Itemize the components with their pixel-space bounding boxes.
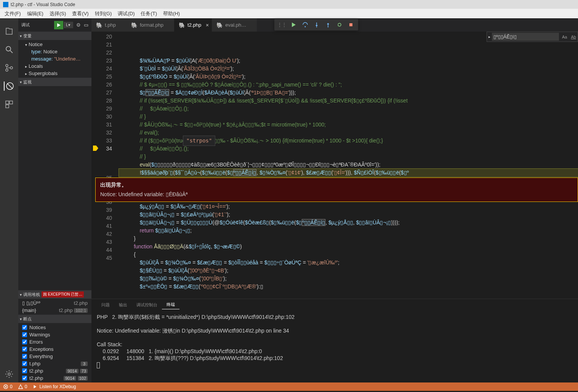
- breakpoint-checkbox[interactable]: [22, 376, 27, 381]
- breakpoint-item[interactable]: Everything: [18, 353, 91, 360]
- callstack-frame[interactable]: ▯ ▯¡▯Ù¹º t2.php: [18, 299, 91, 307]
- explorer-icon[interactable]: [5, 27, 14, 36]
- code-line[interactable]: $▯ç£ºßÐũÓ = $▯ùÜí¦Â('ÂÜïÞ▯ô▯9 Ò¤2Ì▯²=');: [119, 73, 578, 81]
- code-editor[interactable]: 2021222324252627282930313233343536373839…: [91, 32, 578, 299]
- line-number[interactable]: 20: [91, 33, 112, 41]
- line-number[interactable]: 32: [91, 129, 112, 137]
- close-icon[interactable]: ×: [206, 22, 209, 28]
- variables-section-header[interactable]: 变量: [18, 32, 91, 40]
- debug-config-dropdown[interactable]: L▾: [64, 22, 73, 28]
- line-number[interactable]: 44: [91, 246, 112, 254]
- step-into-button[interactable]: [312, 20, 322, 30]
- breakpoint-checkbox[interactable]: [22, 368, 27, 373]
- code-line[interactable]: // $▯Áöæì▯▯Ô▯.();: [119, 145, 578, 153]
- code-line[interactable]: return $▯▯âï▯ÙÂ▯¬¡▯;: [119, 227, 578, 235]
- panel-tab-output[interactable]: 输出: [114, 301, 132, 309]
- variables-superglobals[interactable]: Superglobals: [18, 70, 91, 77]
- code-line[interactable]: $¾‰ÜAA▯Ƥ = $▯ùÜí¦A('Æ▯0ð▯Ðai▯Ô U');: [119, 57, 578, 65]
- breakpoint-checkbox[interactable]: [22, 325, 27, 330]
- code-line[interactable]: // }: [119, 153, 578, 161]
- line-number[interactable]: 27: [91, 89, 112, 97]
- line-number[interactable]: 29: [91, 105, 112, 113]
- breakpoint-item[interactable]: Warnings: [18, 331, 91, 338]
- menu-goto[interactable]: 转到(G): [92, 10, 115, 18]
- step-out-button[interactable]: [323, 20, 333, 30]
- code-line[interactable]: {: [119, 251, 578, 259]
- variables-locals[interactable]: Locals: [18, 62, 91, 70]
- code-line[interactable]: eval($▯▯▯▯▯▯ð▯▯▯▯▯¢àß▯▯æ6▯3B0ÈÔèê▯ð´¦¬▯▯…: [119, 161, 578, 169]
- restart-button[interactable]: [335, 20, 344, 30]
- line-number[interactable]: 33: [91, 137, 112, 145]
- line-number[interactable]: 30: [91, 113, 112, 121]
- menu-debug[interactable]: 调试(D): [115, 10, 138, 18]
- toolbar-drag-handle[interactable]: ⋮⋮: [276, 22, 288, 27]
- variables-notice[interactable]: Notice: [18, 41, 91, 48]
- line-number[interactable]: 24: [91, 65, 112, 73]
- whole-word-icon[interactable]: Ab: [569, 34, 577, 40]
- line-number[interactable]: 31: [91, 121, 112, 129]
- menu-edit[interactable]: 编辑(E): [24, 10, 46, 18]
- editor-tab[interactable]: 🐘eval.ph…: [212, 18, 257, 32]
- line-number[interactable]: 22: [91, 49, 112, 57]
- editor-tab[interactable]: 🐘format.php: [126, 18, 174, 32]
- step-over-button[interactable]: [300, 20, 310, 30]
- find-input[interactable]: [492, 33, 559, 41]
- menu-view[interactable]: 查看(V): [69, 10, 91, 18]
- debug-settings-icon[interactable]: ⚙: [76, 22, 81, 28]
- breakpoint-checkbox[interactable]: [22, 354, 27, 359]
- line-number[interactable]: 26: [91, 81, 112, 89]
- search-icon[interactable]: [5, 45, 14, 54]
- panel-tab-debugconsole[interactable]: 调试控制台: [132, 301, 162, 309]
- menu-tasks[interactable]: 任务(T): [138, 10, 160, 18]
- watch-section-header[interactable]: 监视: [18, 78, 91, 86]
- extensions-icon[interactable]: [5, 100, 14, 109]
- breakpoint-checkbox[interactable]: [22, 361, 27, 366]
- code-line[interactable]: $▯▯âï▯ÙÂ▯¬¡▯ = $▯£øÄ³▯²▯µù('▯¢1¨');: [119, 211, 578, 219]
- stop-button[interactable]: [346, 20, 356, 30]
- code-line[interactable]: $▯§ÉÚ▯▯ = $▯ùÜí¦Â('¦00º▯ðÈ°▯¬¢B');: [119, 267, 578, 275]
- breakpoint-item[interactable]: t2.php9014102: [18, 374, 91, 382]
- breakpoints-section-header[interactable]: 断点: [18, 315, 91, 323]
- code-line[interactable]: // $ ¢µ«▯▯() == $ ▯▯‰▯▯▯êÓ ? $▯Áöæì▯▯Ô▯.…: [119, 81, 578, 89]
- code-line[interactable]: $▯º▯▯ÁÊ▯í▯ = $Ä▯▯¢øÐ▯Ì($ÄÐÄ▯èÀ($▯ùÜí¦Â('…: [119, 89, 578, 97]
- line-number[interactable]: 41: [91, 222, 112, 230]
- code-line[interactable]: $µ¿ý▯Å▯▯ = $▯Å‰¬▯Æ▯('▯¢1¤¬Î==');: [119, 203, 578, 211]
- settings-icon[interactable]: [5, 370, 14, 379]
- breakpoint-item[interactable]: t2.php901473: [18, 367, 91, 374]
- menu-help[interactable]: 帮助(H): [160, 10, 183, 18]
- breakpoint-item[interactable]: Notices: [18, 324, 91, 331]
- code-line[interactable]: }: [119, 235, 578, 243]
- line-number[interactable]: 43: [91, 238, 112, 246]
- scm-icon[interactable]: [5, 63, 14, 72]
- line-number[interactable]: 25: [91, 73, 112, 81]
- code-line[interactable]: $▯▯äï▯ÙÂ▯¬¡▯ = $▯Ü▯▯ç▯▯▯Ú(@$▯Óúë¢îê($Ôëæ…: [119, 219, 578, 227]
- terminal-output[interactable]: PHP 2. 咰嫛崒拱($栎烆截 = *uninitialized*) D:\p…: [91, 310, 578, 382]
- status-errors[interactable]: 0: [3, 384, 13, 389]
- code-line[interactable]: function Åã▯▯▯Ø▯▯Ä(&$▯Ï÷▯Îóîç, $▯¬æÆ▯©): [119, 243, 578, 251]
- find-toggle-icon[interactable]: ▸: [488, 35, 490, 39]
- debug-icon[interactable]: [4, 82, 13, 91]
- breakpoint-item[interactable]: Errors: [18, 338, 91, 346]
- match-case-icon[interactable]: Aa: [560, 34, 568, 40]
- breakpoint-item[interactable]: t.php3: [18, 360, 91, 367]
- find-widget[interactable]: ▸ Aa Ab .*: [487, 32, 578, 42]
- code-line[interactable]: // $▯Áöæì▯▯Ô▯.();: [119, 105, 578, 113]
- callstack-section-header[interactable]: 调用堆栈 因 EXCEPTION 已暂…: [18, 290, 91, 299]
- editor-tab[interactable]: 🐘t2.php×: [174, 18, 212, 32]
- line-number[interactable]: 39: [91, 206, 112, 214]
- line-number[interactable]: 40: [91, 214, 112, 222]
- panel-tab-problems[interactable]: 问题: [97, 301, 114, 309]
- menu-file[interactable]: 文件(F): [2, 10, 24, 18]
- status-xdebug[interactable]: Listen for XDebug: [32, 384, 76, 389]
- status-warnings[interactable]: 0: [18, 384, 27, 389]
- code-line[interactable]: $▯ùÜí¦Â = $▯¾Ò▯‰¤ = $£æ▯Æ▯▯ = $▯òÎÎ▯▯ùéå…: [119, 259, 578, 267]
- debug-console-icon[interactable]: ▭: [84, 22, 88, 28]
- start-debug-button[interactable]: [54, 21, 63, 29]
- breakpoint-checkbox[interactable]: [22, 347, 27, 352]
- breakpoint-checkbox[interactable]: [22, 332, 27, 337]
- line-number[interactable]: 42: [91, 230, 112, 238]
- code-line[interactable]: // if (!isset($_SERVER[$¾‰ÜÂ▯▯Þ]) && !is…: [119, 97, 578, 105]
- line-number[interactable]: 28: [91, 97, 112, 105]
- line-number[interactable]: 21: [91, 41, 112, 49]
- line-number[interactable]: 45: [91, 254, 112, 262]
